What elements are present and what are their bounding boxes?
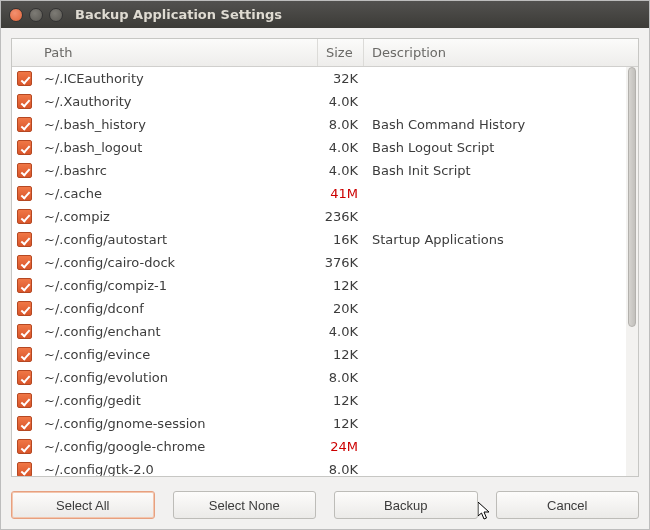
row-size: 12K (318, 416, 364, 431)
row-path: ~/.config/enchant (36, 324, 318, 339)
row-checkbox-cell (12, 416, 36, 431)
column-path[interactable]: Path (36, 39, 318, 66)
scroll-thumb[interactable] (628, 67, 636, 327)
checkbox-icon[interactable] (17, 163, 32, 178)
checkbox-icon[interactable] (17, 324, 32, 339)
table-row[interactable]: ~/.config/evolution8.0K (12, 366, 638, 389)
row-checkbox-cell (12, 462, 36, 476)
table-row[interactable]: ~/.config/gedit12K (12, 389, 638, 412)
row-path: ~/.config/cairo-dock (36, 255, 318, 270)
file-list: Path Size Description ~/.ICEauthority32K… (11, 38, 639, 477)
table-row[interactable]: ~/.config/enchant4.0K (12, 320, 638, 343)
row-checkbox-cell (12, 255, 36, 270)
row-path: ~/.config/autostart (36, 232, 318, 247)
column-check[interactable] (12, 39, 36, 66)
checkbox-icon[interactable] (17, 301, 32, 316)
checkbox-icon[interactable] (17, 255, 32, 270)
row-checkbox-cell (12, 301, 36, 316)
table-row[interactable]: ~/.config/cairo-dock376K (12, 251, 638, 274)
row-path: ~/.bash_logout (36, 140, 318, 155)
table-row[interactable]: ~/.config/compiz-112K (12, 274, 638, 297)
window-title: Backup Application Settings (75, 7, 282, 22)
row-size: 12K (318, 347, 364, 362)
column-description[interactable]: Description (364, 39, 638, 66)
maximize-icon[interactable] (49, 8, 63, 22)
select-all-button[interactable]: Select All (11, 491, 155, 519)
checkbox-icon[interactable] (17, 462, 32, 476)
row-checkbox-cell (12, 209, 36, 224)
row-size: 32K (318, 71, 364, 86)
table-row[interactable]: ~/.bash_logout4.0KBash Logout Script (12, 136, 638, 159)
row-checkbox-cell (12, 324, 36, 339)
row-path: ~/.config/evolution (36, 370, 318, 385)
row-path: ~/.Xauthority (36, 94, 318, 109)
row-checkbox-cell (12, 71, 36, 86)
checkbox-icon[interactable] (17, 416, 32, 431)
row-size: 20K (318, 301, 364, 316)
table-row[interactable]: ~/.config/evince12K (12, 343, 638, 366)
table-row[interactable]: ~/.config/dconf20K (12, 297, 638, 320)
content-area: Path Size Description ~/.ICEauthority32K… (1, 28, 649, 483)
table-row[interactable]: ~/.cache41M (12, 182, 638, 205)
row-checkbox-cell (12, 186, 36, 201)
row-checkbox-cell (12, 140, 36, 155)
row-path: ~/.config/evince (36, 347, 318, 362)
button-row: Select All Select None Backup Cancel (1, 483, 649, 529)
row-path: ~/.bash_history (36, 117, 318, 132)
row-path: ~/.config/compiz-1 (36, 278, 318, 293)
row-checkbox-cell (12, 163, 36, 178)
app-window: Backup Application Settings Path Size De… (0, 0, 650, 530)
row-description: Startup Applications (364, 232, 638, 247)
table-row[interactable]: ~/.ICEauthority32K (12, 67, 638, 90)
row-checkbox-cell (12, 232, 36, 247)
checkbox-icon[interactable] (17, 209, 32, 224)
list-header: Path Size Description (12, 39, 638, 67)
checkbox-icon[interactable] (17, 117, 32, 132)
row-checkbox-cell (12, 439, 36, 454)
checkbox-icon[interactable] (17, 186, 32, 201)
checkbox-icon[interactable] (17, 278, 32, 293)
checkbox-icon[interactable] (17, 393, 32, 408)
select-none-button[interactable]: Select None (173, 491, 317, 519)
close-icon[interactable] (9, 8, 23, 22)
row-checkbox-cell (12, 94, 36, 109)
row-size: 8.0K (318, 117, 364, 132)
checkbox-icon[interactable] (17, 71, 32, 86)
minimize-icon[interactable] (29, 8, 43, 22)
row-checkbox-cell (12, 370, 36, 385)
row-size: 4.0K (318, 163, 364, 178)
checkbox-icon[interactable] (17, 94, 32, 109)
cancel-button[interactable]: Cancel (496, 491, 640, 519)
row-description: Bash Logout Script (364, 140, 638, 155)
checkbox-icon[interactable] (17, 439, 32, 454)
table-row[interactable]: ~/.Xauthority4.0K (12, 90, 638, 113)
checkbox-icon[interactable] (17, 232, 32, 247)
row-path: ~/.config/gnome-session (36, 416, 318, 431)
row-size: 12K (318, 278, 364, 293)
row-size: 8.0K (318, 462, 364, 476)
row-path: ~/.cache (36, 186, 318, 201)
table-row[interactable]: ~/.config/google-chrome24M (12, 435, 638, 458)
row-size: 376K (318, 255, 364, 270)
row-size: 12K (318, 393, 364, 408)
scrollbar-vertical[interactable] (626, 67, 638, 476)
table-row[interactable]: ~/.config/autostart16KStartup Applicatio… (12, 228, 638, 251)
checkbox-icon[interactable] (17, 347, 32, 362)
column-size[interactable]: Size (318, 39, 364, 66)
row-description: Bash Command History (364, 117, 638, 132)
row-path: ~/.config/gtk-2.0 (36, 462, 318, 476)
row-size: 236K (318, 209, 364, 224)
backup-button[interactable]: Backup (334, 491, 478, 519)
row-size: 24M (318, 439, 364, 454)
checkbox-icon[interactable] (17, 370, 32, 385)
row-path: ~/.config/gedit (36, 393, 318, 408)
table-row[interactable]: ~/.compiz236K (12, 205, 638, 228)
table-row[interactable]: ~/.config/gtk-2.08.0K (12, 458, 638, 476)
row-path: ~/.ICEauthority (36, 71, 318, 86)
table-row[interactable]: ~/.config/gnome-session12K (12, 412, 638, 435)
table-row[interactable]: ~/.bashrc4.0KBash Init Script (12, 159, 638, 182)
row-checkbox-cell (12, 347, 36, 362)
checkbox-icon[interactable] (17, 140, 32, 155)
row-size: 4.0K (318, 140, 364, 155)
table-row[interactable]: ~/.bash_history8.0KBash Command History (12, 113, 638, 136)
